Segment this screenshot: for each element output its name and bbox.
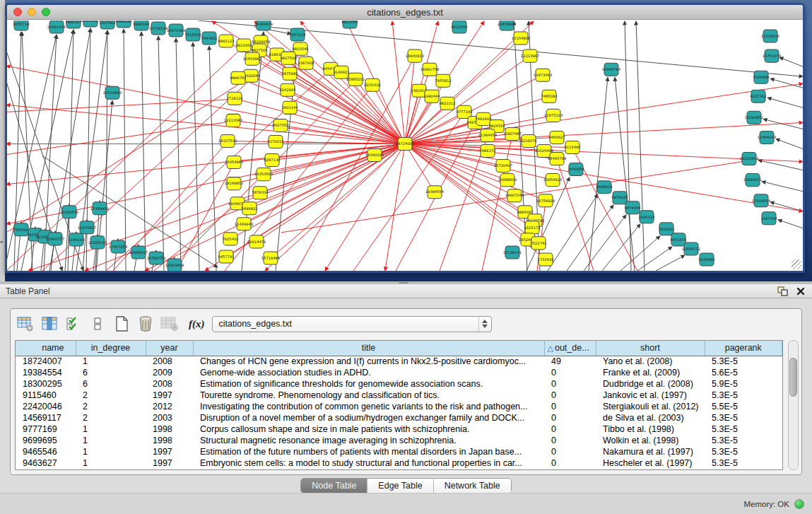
- table-cell[interactable]: 2: [76, 390, 146, 401]
- graph-edge[interactable]: [440, 136, 488, 271]
- table-cell[interactable]: 5.5E-5: [705, 401, 782, 412]
- table-cell[interactable]: 1998: [146, 435, 193, 446]
- close-window-icon[interactable]: [13, 8, 22, 16]
- table-row[interactable]: 1830029562008Estimation of significance …: [16, 378, 782, 390]
- graph-edge[interactable]: [758, 160, 803, 170]
- combo-stepper-icon[interactable]: [478, 317, 491, 332]
- table-cell[interactable]: 0: [544, 446, 596, 457]
- maximize-window-icon[interactable]: [42, 8, 50, 16]
- table-cell[interactable]: 18724007: [16, 356, 76, 367]
- column-header-title[interactable]: title: [193, 341, 544, 356]
- table-cell[interactable]: 6: [76, 378, 146, 390]
- table-cell[interactable]: 19384554: [16, 367, 76, 378]
- graph-edge[interactable]: [193, 42, 199, 271]
- tab-node-table[interactable]: Node Table: [301, 479, 367, 493]
- table-row[interactable]: 1456911722003Disruption of a novel membe…: [16, 412, 782, 424]
- table-cell[interactable]: 2009: [146, 367, 193, 378]
- graph-edge[interactable]: [124, 29, 126, 271]
- table-row[interactable]: 969969511998Structural magnetic resonanc…: [16, 435, 782, 446]
- table-cell[interactable]: 9465546: [16, 446, 76, 457]
- table-cell[interactable]: 9463627: [16, 457, 76, 469]
- tab-edge-table[interactable]: Edge Table: [367, 479, 433, 493]
- table-cell[interactable]: 1: [76, 424, 146, 435]
- table-cell[interactable]: 14569117: [16, 412, 76, 424]
- table-cell[interactable]: Changes of HCN gene expression and I(f) …: [193, 356, 544, 367]
- table-row[interactable]: 2242004622012Investigating the contribut…: [16, 401, 782, 412]
- column-header-out-degree[interactable]: △out_de...: [544, 341, 596, 356]
- table-row[interactable]: 977716911998Corpus callosum shape and si…: [16, 424, 782, 435]
- table-cell[interactable]: 9777169: [16, 424, 76, 435]
- table-cell[interactable]: Franke et al. (2009): [596, 367, 705, 378]
- table-cell[interactable]: 5.9E-5: [705, 378, 782, 390]
- table-cell[interactable]: 5.3E-5: [705, 412, 782, 424]
- table-cell[interactable]: 5.3E-5: [705, 446, 782, 457]
- table-settings-icon[interactable]: [16, 314, 35, 334]
- row-height-icon[interactable]: [88, 314, 107, 334]
- delete-icon[interactable]: [136, 314, 155, 334]
- graph-edge[interactable]: [86, 28, 90, 271]
- graph-edge[interactable]: [584, 215, 626, 271]
- table-cell[interactable]: 1997: [146, 446, 193, 457]
- table-row[interactable]: 911546021997Tourette syndrome. Phenomeno…: [16, 390, 782, 401]
- graph-edge[interactable]: [557, 160, 594, 271]
- row-checks-icon[interactable]: [64, 314, 83, 334]
- minimize-window-icon[interactable]: [28, 8, 36, 16]
- network-canvas[interactable]: 9055718206914069886327106532871527602646…: [7, 21, 803, 271]
- graph-edge[interactable]: [325, 144, 405, 271]
- float-panel-icon[interactable]: [775, 286, 789, 297]
- table-cell[interactable]: 6: [76, 367, 146, 378]
- table-cell[interactable]: Tourette syndrome. Phenomenology and cla…: [193, 390, 544, 401]
- panel-expand-icon[interactable]: ▸: [1, 239, 4, 245]
- divider-grip[interactable]: [399, 282, 408, 284]
- graph-edge[interactable]: [264, 144, 405, 174]
- resize-handle[interactable]: [792, 259, 801, 269]
- column-visibility-icon[interactable]: [40, 314, 59, 334]
- table-cell[interactable]: 0: [544, 367, 596, 378]
- graph-edge[interactable]: [637, 247, 672, 271]
- graph-edge[interactable]: [7, 99, 235, 112]
- table-cell[interactable]: 22420046: [16, 401, 76, 412]
- table-cell[interactable]: 5.6E-5: [705, 367, 782, 378]
- graph-edge[interactable]: [158, 36, 164, 271]
- citation-graph[interactable]: 9055718206914069886327106532871527602646…: [7, 21, 803, 271]
- graph-edge[interactable]: [290, 74, 405, 144]
- table-cell[interactable]: Disruption of a novel member of a sodium…: [193, 412, 544, 424]
- function-icon[interactable]: f(x): [189, 318, 205, 330]
- graph-edge[interactable]: [625, 21, 631, 271]
- column-header-year[interactable]: year: [146, 341, 193, 356]
- table-cell[interactable]: Embryonic stem cells: a model to study s…: [193, 457, 544, 469]
- table-cell[interactable]: 9115460: [16, 390, 76, 401]
- table-cell[interactable]: 0: [544, 457, 596, 469]
- tab-network-table[interactable]: Network Table: [433, 479, 511, 493]
- table-row[interactable]: 946554611997Estimation of the future num…: [16, 446, 782, 457]
- table-cell[interactable]: Investigating the contribution of common…: [193, 401, 544, 412]
- graph-edge[interactable]: [776, 139, 803, 148]
- new-document-icon[interactable]: [112, 314, 131, 334]
- table-cell[interactable]: Wolkin et al. (1998): [596, 435, 705, 446]
- graph-edge[interactable]: [548, 194, 598, 271]
- table-row[interactable]: 1872400712008Changes of HCN gene express…: [16, 356, 782, 367]
- table-cell[interactable]: Hescheler et al. (1997): [596, 457, 705, 469]
- table-cell[interactable]: 2003: [146, 412, 193, 424]
- table-cell[interactable]: 9699695: [16, 435, 76, 446]
- table-cell[interactable]: Structural magnetic resonance image aver…: [193, 435, 544, 446]
- table-cell[interactable]: Genome-wide association studies in ADHD.: [193, 367, 544, 378]
- table-cell[interactable]: Estimation of the future numbers of pati…: [193, 446, 544, 457]
- table-cell[interactable]: 0: [544, 435, 596, 446]
- table-cell[interactable]: 5.3E-5: [705, 356, 782, 367]
- column-header-pagerank[interactable]: pagerank: [705, 341, 782, 356]
- graph-edge[interactable]: [762, 182, 803, 192]
- graph-edge[interactable]: [770, 78, 803, 88]
- table-cell[interactable]: de Silva et al. (2003): [596, 412, 705, 424]
- close-panel-icon[interactable]: [794, 286, 808, 297]
- table-cell[interactable]: 5.3E-5: [705, 457, 782, 469]
- table-cell[interactable]: 2008: [146, 356, 193, 367]
- table-cell[interactable]: 49: [544, 356, 596, 367]
- graph-edge[interactable]: [602, 224, 640, 271]
- table-cell[interactable]: Tibbo et al. (1998): [596, 424, 705, 435]
- table-cell[interactable]: 2: [76, 412, 146, 424]
- table-cell[interactable]: Dudbridge et al. (2008): [596, 378, 705, 390]
- table-cell[interactable]: Estimation of significance thresholds fo…: [193, 378, 544, 390]
- table-cell[interactable]: Jankovic et al. (1997): [596, 390, 705, 401]
- table-cell[interactable]: 0: [544, 424, 596, 435]
